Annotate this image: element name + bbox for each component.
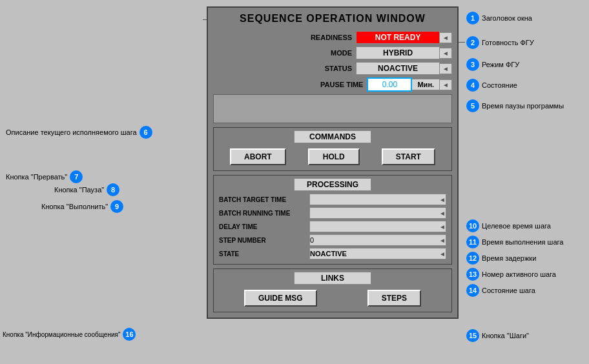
commands-section: COMMANDS ABORT HOLD START (213, 127, 452, 171)
badge-4: 4 (466, 79, 479, 92)
annotation-7-text: Кнопка "Прервать" (6, 173, 67, 181)
annotation-4-text: Состояние (482, 81, 517, 89)
mode-row: MODE HYBRID ◄ (213, 46, 452, 59)
batch-running-row: BATCH RUNNING TIME ◄ (214, 207, 451, 219)
mode-value-wrapper: HYBRID ◄ (356, 46, 452, 59)
line-1 (203, 19, 207, 20)
annotation-6: Описание текущего исполняемого шага 6 (3, 126, 152, 139)
annotation-1: 1 Заголовок окна (466, 12, 532, 25)
batch-target-row: BATCH TARGET TIME ◄ (214, 194, 451, 205)
links-buttons-row: GUIDE MSG STEPS (214, 287, 451, 312)
delay-time-value: ◄ (309, 221, 446, 232)
badge-2: 2 (466, 36, 479, 49)
readiness-arrow: ◄ (440, 32, 452, 43)
state-row: STATE NOACTIVE ◄ (214, 248, 451, 259)
annotation-6-text: Описание текущего исполняемого шага (6, 128, 137, 136)
badge-16: 16 (123, 328, 136, 341)
badge-14: 14 (466, 284, 479, 297)
guide-msg-button[interactable]: GUIDE MSG (244, 290, 317, 307)
annotation-2-text: Готовность ФГУ (482, 39, 534, 46)
annotation-7: Кнопка "Прервать" 7 (3, 170, 83, 183)
step-number-value: 0 ◄ (309, 234, 446, 246)
line-2 (459, 42, 465, 43)
start-button[interactable]: START (382, 148, 435, 165)
readiness-row: READINESS NOT READY ◄ (213, 31, 452, 44)
abort-button[interactable]: ABORT (230, 148, 286, 165)
step-number-row: STEP NUMBER 0 ◄ (214, 234, 451, 246)
badge-1: 1 (466, 12, 479, 25)
batch-running-label: BATCH RUNNING TIME (219, 210, 309, 217)
annotation-5-text: Время паузы программы (482, 102, 564, 110)
annotation-3-text: Режим ФГУ (482, 61, 519, 68)
status-row: STATUS NOACTIVE ◄ (213, 62, 452, 75)
pause-time-label: PAUSE TIME (298, 81, 363, 88)
window-title: SEQUENCE OPERATION WINDOW (213, 13, 452, 25)
state-label: STATE (219, 250, 309, 258)
annotation-14-text: Состояние шага (482, 287, 535, 294)
annotation-12-text: Время задержки (482, 254, 536, 262)
pause-time-value[interactable]: 0.00 (367, 77, 412, 92)
processing-header: PROCESSING (294, 178, 371, 191)
annotation-8-text: Кнопка "Пауза" (54, 186, 104, 194)
pause-time-row: PAUSE TIME 0.00 Мин. ◄ (213, 77, 452, 92)
readiness-value: NOT READY (356, 31, 440, 44)
batch-running-value: ◄ (309, 207, 446, 219)
annotation-16: Кнопка "Информационные сообщения" 16 (0, 328, 136, 341)
annotation-14: 14 Состояние шага (466, 284, 535, 297)
annotation-11-text: Время выполнения шага (482, 238, 563, 246)
annotation-3: 3 Режим ФГУ (466, 58, 519, 71)
annotation-9: Кнопка "Выполнить" 9 (39, 200, 123, 213)
step-number-label: STEP NUMBER (219, 237, 309, 244)
status-value-wrapper: NOACTIVE ◄ (356, 62, 452, 75)
status-value: NOACTIVE (356, 62, 440, 75)
badge-13: 13 (466, 268, 479, 281)
annotation-2: 2 Готовность ФГУ (466, 36, 534, 49)
mode-label: MODE (287, 49, 352, 57)
annotation-10-text: Целевое время шага (482, 222, 551, 230)
batch-target-label: BATCH TARGET TIME (219, 196, 309, 203)
badge-12: 12 (466, 252, 479, 265)
state-value: NOACTIVE ◄ (309, 248, 446, 259)
badge-6: 6 (140, 126, 152, 139)
annotation-4: 4 Состояние (466, 79, 517, 92)
commands-buttons-row: ABORT HOLD START (214, 146, 451, 170)
links-header: LINKS (294, 272, 371, 285)
annotation-15: 15 Кнопка "Шаги" (466, 329, 529, 342)
badge-9: 9 (110, 200, 123, 213)
links-section: LINKS GUIDE MSG STEPS (213, 268, 452, 312)
processing-section: PROCESSING BATCH TARGET TIME ◄ BATCH RUN… (213, 175, 452, 265)
annotation-5: 5 Время паузы программы (466, 99, 564, 112)
annotation-10: 10 Целевое время шага (466, 219, 551, 232)
mode-arrow: ◄ (440, 48, 452, 59)
delay-time-label: DELAY TIME (219, 223, 309, 230)
pause-time-unit: Мин. (412, 79, 440, 90)
annotation-1-text: Заголовок окна (482, 14, 532, 22)
hold-button[interactable]: HOLD (308, 148, 360, 165)
badge-3: 3 (466, 58, 479, 71)
annotation-13-text: Номер активного шага (482, 270, 556, 278)
badge-10: 10 (466, 219, 479, 232)
batch-target-value: ◄ (309, 194, 446, 205)
badge-7: 7 (70, 170, 83, 183)
app-container: SEQUENCE OPERATION WINDOW READINESS NOT … (0, 0, 589, 364)
delay-time-row: DELAY TIME ◄ (214, 221, 451, 232)
annotation-8: Кнопка "Пауза" 8 (52, 183, 119, 196)
annotation-15-text: Кнопка "Шаги" (482, 332, 529, 339)
status-arrow: ◄ (440, 63, 452, 74)
annotation-13: 13 Номер активного шага (466, 268, 556, 281)
annotation-11: 11 Время выполнения шага (466, 236, 563, 248)
main-panel: SEQUENCE OPERATION WINDOW READINESS NOT … (207, 6, 459, 319)
steps-button[interactable]: STEPS (367, 290, 421, 307)
status-label: STATUS (287, 65, 352, 72)
badge-15: 15 (466, 329, 479, 342)
annotation-16-text: Кнопка "Информационные сообщения" (3, 331, 120, 338)
commands-header: COMMANDS (294, 130, 371, 143)
readiness-value-wrapper: NOT READY ◄ (356, 31, 452, 44)
badge-5: 5 (466, 99, 479, 112)
mode-value: HYBRID (356, 46, 440, 59)
step-description-area (213, 94, 452, 123)
annotation-9-text: Кнопка "Выполнить" (41, 203, 108, 210)
badge-11: 11 (466, 236, 479, 248)
readiness-label: READINESS (287, 34, 352, 41)
pause-time-arrow: ◄ (440, 79, 452, 90)
